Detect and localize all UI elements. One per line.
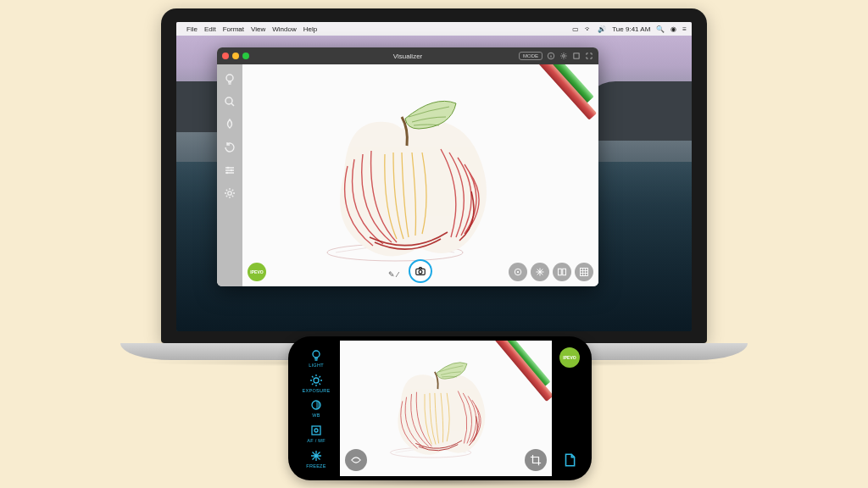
adjust-tool[interactable] [222,163,237,178]
phone-crop-button[interactable] [525,449,547,471]
focus-button[interactable] [509,263,527,281]
notification-icon[interactable]: ≡ [682,25,687,33]
brand-badge[interactable]: IPEVO [248,263,266,281]
freeze-button[interactable] [531,263,549,281]
laptop-frame: File Edit Format View Window Help ▭ ᯤ 🔊 … [161,8,707,343]
phone-screen: LIGHT EXPOSURE WB AF / MF FREEZE IPEVO [292,341,587,476]
menu-view[interactable]: View [251,25,265,33]
left-toolbar [217,64,242,286]
phone-exposure-tool[interactable]: EXPOSURE [303,374,331,393]
light-tool[interactable] [222,71,237,86]
gear-icon[interactable] [559,52,568,60]
capture-button[interactable] [409,259,432,283]
traffic-lights [222,53,249,59]
menu-edit[interactable]: Edit [204,25,216,33]
rotate-tool[interactable] [222,140,237,155]
phone-freeze-tool[interactable]: FREEZE [306,449,326,469]
mirror-button[interactable] [553,263,571,281]
camera-viewport: IPEVO ✎ ⁄ [242,64,598,286]
fullscreen-icon[interactable] [585,52,593,60]
laptop-desktop: File Edit Format View Window Help ▭ ᯤ 🔊 … [176,22,692,331]
phone-brand-badge[interactable]: IPEVO [559,347,580,368]
phone-viewport [340,341,552,476]
visualizer-window: Visualizer MODE [217,47,598,286]
laptop-mockup: File Edit Format View Window Help ▭ ᯤ 🔊 … [161,8,707,360]
phone-right-bar: IPEVO [552,341,587,476]
grid-button[interactable] [575,263,593,281]
wifi-icon[interactable]: ᯤ [585,25,592,33]
macos-menubar: File Edit Format View Window Help ▭ ᯤ 🔊 … [176,22,692,36]
battery-icon[interactable]: ▭ [572,25,579,33]
phone-light-tool[interactable]: LIGHT [309,348,324,368]
close-button[interactable] [222,53,229,59]
phone-mockup: LIGHT EXPOSURE WB AF / MF FREEZE IPEVO [288,336,592,480]
control-center-icon[interactable]: ◉ [670,25,676,33]
info-icon[interactable] [547,52,555,60]
clock[interactable]: Tue 9:41 AM [612,25,650,33]
zoom-button[interactable] [242,53,249,59]
volume-icon[interactable]: 🔊 [598,25,606,33]
menu-file[interactable]: File [186,25,198,33]
phone-document-button[interactable] [560,451,579,469]
camera-feed [242,64,598,285]
window-titlebar[interactable]: Visualizer MODE [217,47,598,64]
phone-wb-tool[interactable]: WB [309,398,323,418]
menu-help[interactable]: Help [303,25,317,33]
mode-button[interactable]: MODE [519,52,542,60]
phone-hide-button[interactable] [345,449,367,471]
spotlight-icon[interactable]: 🔍 [656,25,665,33]
window-mode-icon[interactable] [572,52,581,60]
phone-toolbar: LIGHT EXPOSURE WB AF / MF FREEZE [292,341,340,476]
settings-tool[interactable] [222,186,237,201]
draw-indicator: ✎ ⁄ [388,270,398,279]
menu-format[interactable]: Format [223,25,244,33]
minimize-button[interactable] [232,53,239,59]
menu-window[interactable]: Window [272,25,296,33]
zoom-tool[interactable] [222,94,237,109]
phone-notch [292,386,299,430]
color-tool[interactable] [222,117,237,132]
bottom-toolbar [509,263,593,281]
phone-focus-tool[interactable]: AF / MF [307,424,326,443]
